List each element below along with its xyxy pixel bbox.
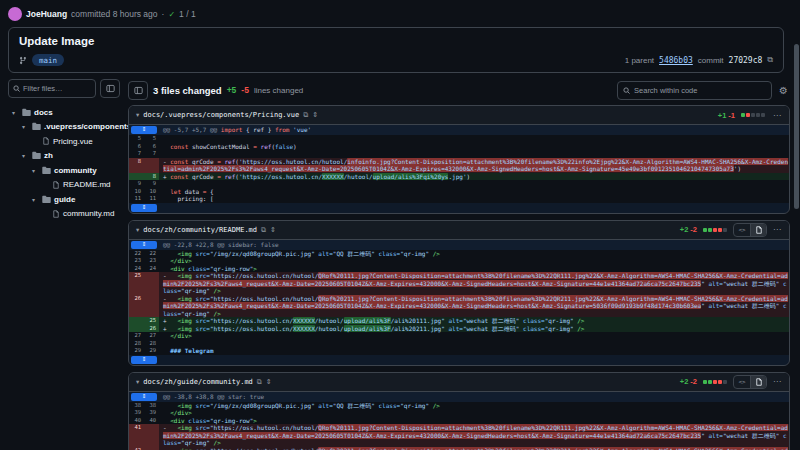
new-line-number[interactable]: 26 [144, 325, 159, 333]
copy-sha-icon[interactable]: ⧉ [767, 55, 773, 65]
tree-item-community-md[interactable]: community.md [8, 207, 120, 222]
old-line-number[interactable]: 22 [129, 250, 144, 258]
new-line-number[interactable]: 22 [144, 250, 159, 258]
checks-count[interactable]: 1 / 1 [179, 9, 196, 19]
tree-item-guide[interactable]: ▾guide [8, 192, 120, 207]
parent-sha-link[interactable]: 5486b03 [659, 56, 693, 65]
old-line-number[interactable]: 10 [129, 188, 144, 196]
file-path-link[interactable]: docs/zh/guide/community.md [143, 378, 253, 386]
new-line-number[interactable] [144, 295, 159, 318]
expand-hunk-button[interactable]: ⇕ [131, 204, 157, 212]
new-line-number[interactable]: 8 [144, 173, 159, 181]
old-line-number[interactable]: 7 [129, 150, 144, 158]
collapse-file-tree-button[interactable] [100, 79, 120, 98]
old-line-number[interactable]: 24 [129, 265, 144, 273]
tree-item-readme-md[interactable]: README.md [8, 178, 120, 193]
expand-hunk-button[interactable]: ⇕ [131, 393, 157, 401]
filter-files-input[interactable] [23, 84, 91, 93]
old-line-number[interactable]: 8 [129, 158, 144, 173]
scrollbar-thumb[interactable] [794, 44, 799, 209]
rich-view-button[interactable] [750, 376, 766, 388]
total-additions: +5 [227, 85, 237, 95]
new-line-number[interactable] [144, 424, 159, 447]
source-view-button[interactable]: <> [734, 224, 750, 236]
old-line-number[interactable]: 39 [129, 409, 144, 417]
code-line [159, 150, 789, 158]
unfold-file-icon[interactable]: ⇕ [270, 226, 276, 234]
old-line-number[interactable]: 42 [129, 447, 144, 450]
old-line-number[interactable]: 40 [129, 417, 144, 425]
new-line-number[interactable]: 6 [144, 143, 159, 151]
copy-path-icon[interactable]: ⧉ [303, 111, 308, 119]
new-line-number[interactable]: 5 [144, 135, 159, 143]
chevron-down-icon[interactable]: ▾ [136, 378, 139, 386]
new-line-number[interactable]: 11 [144, 195, 159, 203]
tree-item-zh[interactable]: ▾zh [8, 149, 120, 164]
file-icon [52, 181, 60, 189]
code-line: let data = { [159, 188, 789, 196]
old-line-number[interactable] [129, 325, 144, 333]
old-line-number[interactable]: 9 [129, 180, 144, 188]
new-line-number[interactable]: 10 [144, 188, 159, 196]
old-line-number[interactable]: 38 [129, 402, 144, 410]
old-line-number[interactable]: 28 [129, 340, 144, 348]
avatar[interactable] [8, 7, 22, 21]
file-path-link[interactable]: docs/zh/community/README.md [143, 226, 257, 234]
code-line: </div> [159, 257, 789, 265]
page-scrollbar[interactable] [794, 44, 799, 446]
expand-hunk-button[interactable]: ⇕ [131, 356, 157, 364]
tree-item-docs[interactable]: ▾docs [8, 105, 120, 120]
old-line-number[interactable]: 11 [129, 195, 144, 203]
new-line-number[interactable]: 7 [144, 150, 159, 158]
search-within-code-input[interactable] [634, 86, 766, 95]
old-line-number[interactable]: 25 [129, 272, 144, 295]
code-line: <img src="/img/zx/qd08groupQR.pic.jpg" a… [159, 402, 789, 410]
old-line-number[interactable]: 5 [129, 135, 144, 143]
old-line-number[interactable]: 41 [129, 424, 144, 447]
new-line-number[interactable]: 40 [144, 417, 159, 425]
chevron-down-icon[interactable]: ▾ [136, 226, 139, 234]
new-line-number[interactable]: 39 [144, 409, 159, 417]
expand-hunk-button[interactable]: ⇕ [131, 241, 157, 249]
old-line-number[interactable]: 23 [129, 257, 144, 265]
new-line-number[interactable] [144, 272, 159, 295]
expand-hunk-button[interactable]: ⇕ [131, 126, 157, 134]
chevron-down-icon[interactable]: ▾ [136, 111, 139, 119]
file-menu-button[interactable]: ⋯ [773, 225, 782, 234]
tree-item-vuepress-components[interactable]: ▾.vuepress/components [8, 120, 120, 135]
old-line-number[interactable] [129, 317, 144, 325]
old-line-number[interactable] [129, 173, 144, 181]
diff-settings-gear-icon[interactable]: ⚙ [777, 85, 790, 96]
unfold-file-icon[interactable]: ⇕ [266, 378, 272, 386]
toggle-file-tree-button[interactable] [128, 81, 148, 100]
file-deletions: -1 [728, 111, 735, 120]
tree-item-pricing-vue[interactable]: Pricing.vue [8, 134, 120, 149]
old-line-number[interactable]: 6 [129, 143, 144, 151]
file-menu-button[interactable]: ⋯ [773, 377, 782, 386]
rich-view-button[interactable] [750, 224, 766, 236]
new-line-number[interactable]: 23 [144, 257, 159, 265]
source-view-button[interactable]: <> [734, 376, 750, 388]
new-line-number[interactable]: 27 [144, 332, 159, 340]
new-line-number[interactable]: 24 [144, 265, 159, 273]
hunk-header-text: @@ -22,8 +22,8 @@ sidebar: false [159, 241, 789, 249]
new-line-number[interactable]: 9 [144, 180, 159, 188]
unfold-file-icon[interactable]: ⇕ [312, 111, 318, 119]
old-line-number[interactable]: 29 [129, 347, 144, 355]
new-line-number[interactable]: 29 [144, 347, 159, 355]
new-line-number[interactable]: 25 [144, 317, 159, 325]
branch-badge[interactable]: main [32, 54, 64, 66]
copy-path-icon[interactable]: ⧉ [261, 226, 266, 234]
file-menu-button[interactable]: ⋯ [773, 111, 782, 120]
old-line-number[interactable]: 27 [129, 332, 144, 340]
author-name[interactable]: JoeHuang [26, 9, 67, 19]
copy-path-icon[interactable]: ⧉ [257, 378, 262, 386]
new-line-number[interactable]: 38 [144, 402, 159, 410]
chevron-down-icon: ▾ [32, 196, 39, 203]
new-line-number[interactable] [144, 158, 159, 173]
old-line-number[interactable]: 26 [129, 295, 144, 318]
new-line-number[interactable]: 28 [144, 340, 159, 348]
tree-item-community[interactable]: ▾community [8, 163, 120, 178]
file-path-link[interactable]: docs/.vuepress/components/Pricing.vue [143, 111, 299, 119]
new-line-number[interactable] [144, 447, 159, 450]
